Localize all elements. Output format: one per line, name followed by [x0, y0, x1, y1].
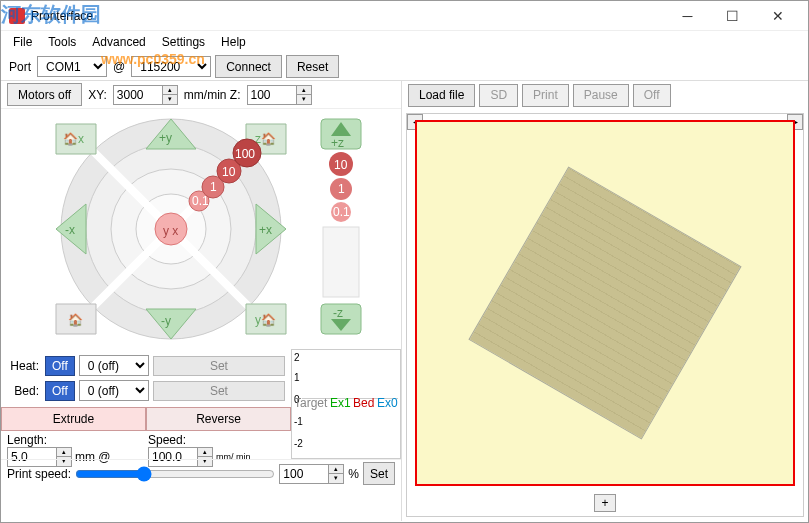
xy-label: XY:: [86, 88, 109, 102]
print-bed: [415, 120, 795, 486]
menu-help[interactable]: Help: [213, 33, 254, 51]
connection-toolbar: Port COM1 @ 115200 Connect Reset: [1, 53, 808, 81]
heat-off-button[interactable]: Off: [45, 356, 75, 376]
bed-set-button[interactable]: Set: [153, 381, 285, 401]
minimize-button[interactable]: ─: [665, 2, 710, 30]
right-panel: Load file SD Print Pause Off ◂ ▸ +: [401, 81, 808, 521]
bed-off-button[interactable]: Off: [45, 381, 75, 401]
svg-text:1: 1: [210, 180, 217, 194]
build-plate: [468, 166, 741, 439]
home-all-icon: 🏠: [56, 304, 96, 334]
svg-text:y x: y x: [163, 224, 178, 238]
close-button[interactable]: ✕: [755, 2, 800, 30]
temperature-graph: 2 1 0 -1 -2 Target Ex1 Bed Ex0: [291, 349, 401, 459]
svg-text:0.1: 0.1: [333, 205, 350, 219]
file-toolbar: Load file SD Print Pause Off: [402, 81, 808, 109]
svg-text:10: 10: [334, 158, 348, 172]
jog-settings-row: Motors off XY: ▴▾ mm/min Z: ▴▾: [1, 81, 401, 109]
svg-text:-z: -z: [333, 306, 343, 320]
print-speed-input[interactable]: ▴▾: [279, 464, 344, 484]
port-select[interactable]: COM1: [37, 56, 107, 77]
app-icon: [9, 8, 25, 24]
minus-z-arrow: -z: [321, 304, 361, 334]
svg-text:+x: +x: [259, 223, 272, 237]
svg-text:🏠: 🏠: [68, 312, 83, 327]
bed-label: Bed:: [7, 384, 41, 398]
off-button[interactable]: Off: [633, 84, 671, 107]
viewer-plus-button[interactable]: +: [594, 494, 616, 512]
maximize-button[interactable]: ☐: [710, 2, 755, 30]
length-label: Length:: [7, 433, 144, 447]
print-speed-set-button[interactable]: Set: [363, 462, 395, 485]
menu-advanced[interactable]: Advanced: [84, 33, 153, 51]
svg-text:+z: +z: [331, 136, 344, 150]
at-label: @: [111, 60, 127, 74]
window-title: Pronterface: [31, 9, 665, 23]
heat-temp-select[interactable]: 0 (off): [79, 355, 149, 376]
print-speed-slider[interactable]: [75, 466, 275, 482]
svg-text:10: 10: [222, 165, 236, 179]
sd-button[interactable]: SD: [479, 84, 518, 107]
speed-label: Speed:: [148, 433, 285, 447]
extrude-button[interactable]: Extrude: [1, 407, 146, 431]
load-file-button[interactable]: Load file: [408, 84, 475, 107]
pause-button[interactable]: Pause: [573, 84, 629, 107]
print-speed-label: Print speed:: [7, 467, 71, 481]
reset-button[interactable]: Reset: [286, 55, 339, 78]
svg-text:🏠x: 🏠x: [63, 131, 84, 146]
plus-z-arrow: +z: [321, 119, 361, 150]
titlebar: Pronterface ─ ☐ ✕: [1, 1, 808, 31]
menu-tools[interactable]: Tools: [40, 33, 84, 51]
mmmin-z-label: mm/min Z:: [182, 88, 243, 102]
menubar: File Tools Advanced Settings Help: [1, 31, 808, 53]
xy-speed-input[interactable]: ▴▾: [113, 85, 178, 105]
menu-settings[interactable]: Settings: [154, 33, 213, 51]
motors-off-button[interactable]: Motors off: [7, 83, 82, 106]
heat-set-button[interactable]: Set: [153, 356, 285, 376]
svg-text:-x: -x: [65, 223, 75, 237]
baud-select[interactable]: 115200: [131, 56, 211, 77]
print-button[interactable]: Print: [522, 84, 569, 107]
percent-label: %: [348, 467, 359, 481]
svg-rect-41: [323, 227, 359, 297]
z-speed-input[interactable]: ▴▾: [247, 85, 312, 105]
heat-label: Heat:: [7, 359, 41, 373]
home-y-icon: y🏠: [246, 304, 286, 334]
reverse-button[interactable]: Reverse: [146, 407, 291, 431]
svg-text:100: 100: [235, 147, 255, 161]
home-x-icon: 🏠x: [56, 124, 96, 154]
svg-text:y🏠: y🏠: [255, 312, 276, 327]
svg-text:1: 1: [338, 182, 345, 196]
svg-text:-y: -y: [161, 314, 171, 328]
port-label: Port: [7, 60, 33, 74]
svg-text:+y: +y: [159, 131, 172, 145]
bed-temp-select[interactable]: 0 (off): [79, 380, 149, 401]
gcode-viewer[interactable]: ◂ ▸ +: [406, 113, 804, 517]
jog-control-panel[interactable]: 🏠x z🏠 🏠 y🏠 +y -y -x +x y x 0.1 1 10 100 …: [1, 109, 401, 349]
connect-button[interactable]: Connect: [215, 55, 282, 78]
left-panel: Motors off XY: ▴▾ mm/min Z: ▴▾ 🏠x z🏠 🏠 y…: [1, 81, 401, 521]
menu-file[interactable]: File: [5, 33, 40, 51]
